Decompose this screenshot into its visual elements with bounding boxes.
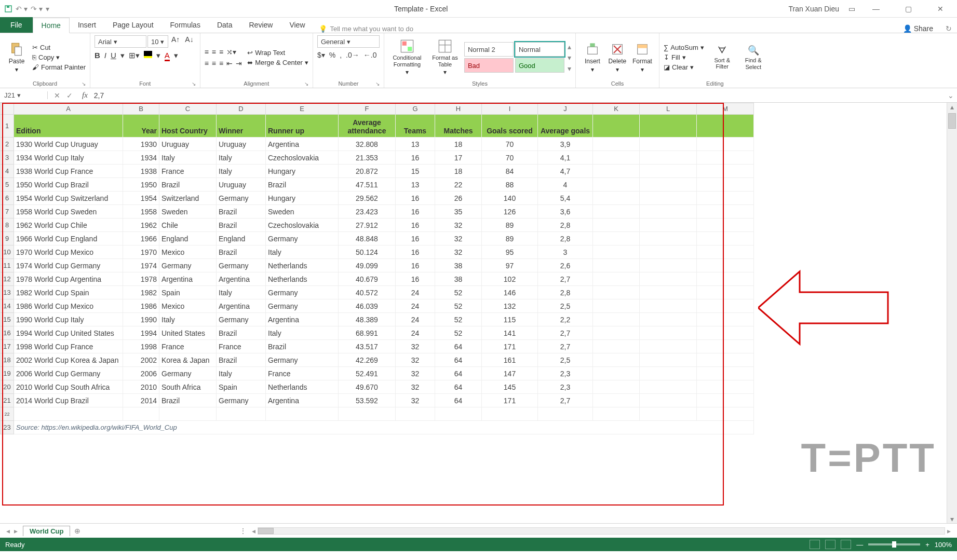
cell-G7[interactable]: 16 — [396, 205, 435, 218]
cell-G20[interactable]: 32 — [396, 380, 435, 394]
cell-J2[interactable]: 3,9 — [538, 138, 593, 151]
cell-B12[interactable]: 1978 — [123, 272, 159, 286]
hscroll-right-icon[interactable]: ▸ — [945, 527, 953, 535]
cell-row22[interactable] — [435, 407, 482, 421]
italic-button[interactable]: I — [104, 51, 106, 61]
cell-J4[interactable]: 4,7 — [538, 165, 593, 178]
cell-J5[interactable]: 4 — [538, 178, 593, 192]
zoom-in-icon[interactable]: + — [925, 541, 929, 549]
align-top-icon[interactable]: ≡ — [205, 48, 209, 56]
cell-H6[interactable]: 26 — [435, 192, 482, 205]
comma-icon[interactable]: , — [340, 51, 342, 59]
style-normal[interactable]: Normal — [515, 42, 564, 57]
cell-E6[interactable]: Hungary — [266, 192, 339, 205]
cell-D18[interactable]: Brazil — [217, 353, 266, 367]
cell-G3[interactable]: 16 — [396, 151, 435, 165]
cell-F14[interactable]: 46.039 — [339, 299, 396, 313]
vertical-scrollbar[interactable]: ▴ ▾ — [947, 103, 957, 523]
cell-B21[interactable]: 2014 — [123, 394, 159, 407]
maximize-icon[interactable]: ▢ — [897, 2, 920, 16]
cell-E7[interactable]: Sweden — [266, 205, 339, 218]
format-as-table-button[interactable]: Format as Table▾ — [429, 39, 461, 75]
cell-H19[interactable]: 64 — [435, 367, 482, 380]
styles-scroll-up-icon[interactable]: ▴ — [568, 43, 571, 51]
cell-L16[interactable] — [640, 326, 697, 340]
cell-C14[interactable]: Mexico — [159, 299, 217, 313]
row-header-15[interactable]: 15 — [1, 313, 14, 326]
cell-M12[interactable] — [697, 272, 754, 286]
cell-A8[interactable]: 1962 World Cup Chile — [14, 218, 123, 232]
cell-G13[interactable]: 24 — [396, 286, 435, 299]
cell-E11[interactable]: Netherlands — [266, 259, 339, 272]
fill-button[interactable]: ↧ Fill ▾ — [664, 53, 704, 61]
col-header-G[interactable]: G — [396, 103, 435, 115]
cell-J8[interactable]: 2,8 — [538, 218, 593, 232]
cell-G8[interactable]: 16 — [396, 218, 435, 232]
cell-K3[interactable] — [593, 151, 640, 165]
cell-K5[interactable] — [593, 178, 640, 192]
cell-A7[interactable]: 1958 World Cup Sweden — [14, 205, 123, 218]
cell-I2[interactable]: 70 — [482, 138, 538, 151]
borders-button[interactable]: ⊞▾ — [129, 51, 140, 61]
currency-icon[interactable]: $▾ — [317, 51, 325, 59]
cell-M6[interactable] — [697, 192, 754, 205]
cell-L20[interactable] — [640, 380, 697, 394]
cell-J20[interactable]: 2,3 — [538, 380, 593, 394]
cell-H16[interactable]: 52 — [435, 326, 482, 340]
cell-K1[interactable] — [593, 115, 640, 138]
cell-B8[interactable]: 1962 — [123, 218, 159, 232]
cell-F20[interactable]: 49.670 — [339, 380, 396, 394]
underline-button[interactable]: U — [111, 51, 116, 61]
cell-E2[interactable]: Argentina — [266, 138, 339, 151]
cell-J11[interactable]: 2,6 — [538, 259, 593, 272]
cell-C13[interactable]: Spain — [159, 286, 217, 299]
cell-I14[interactable]: 132 — [482, 299, 538, 313]
cell-G16[interactable]: 24 — [396, 326, 435, 340]
cell-K4[interactable] — [593, 165, 640, 178]
cell-B14[interactable]: 1986 — [123, 299, 159, 313]
cell-J17[interactable]: 2,7 — [538, 340, 593, 353]
cell-H21[interactable]: 64 — [435, 394, 482, 407]
cell-A5[interactable]: 1950 World Cup Brazil — [14, 178, 123, 192]
expand-formula-icon[interactable]: ⌄ — [945, 91, 957, 100]
cell-E21[interactable]: Argentina — [266, 394, 339, 407]
scroll-down-icon[interactable]: ▾ — [947, 515, 957, 523]
cell-B6[interactable]: 1954 — [123, 192, 159, 205]
cell-K7[interactable] — [593, 205, 640, 218]
cell-F16[interactable]: 68.991 — [339, 326, 396, 340]
cell-I15[interactable]: 115 — [482, 313, 538, 326]
cell-D7[interactable]: Brazil — [217, 205, 266, 218]
cell-M1[interactable] — [697, 115, 754, 138]
cell-J14[interactable]: 2,5 — [538, 299, 593, 313]
page-layout-view-icon[interactable] — [825, 540, 835, 549]
cell-F1[interactable]: Averageattendance — [339, 115, 396, 138]
cell-L9[interactable] — [640, 232, 697, 245]
cell-I19[interactable]: 147 — [482, 367, 538, 380]
cell-C6[interactable]: Switzerland — [159, 192, 217, 205]
cell-M15[interactable] — [697, 313, 754, 326]
delete-cells-button[interactable]: Delete▾ — [605, 42, 630, 73]
enter-icon[interactable]: ✓ — [66, 91, 73, 100]
style-bad[interactable]: Bad — [464, 58, 514, 73]
row-header-3[interactable]: 3 — [1, 151, 14, 165]
cell-I8[interactable]: 89 — [482, 218, 538, 232]
col-header-B[interactable]: B — [123, 103, 159, 115]
cell-I9[interactable]: 89 — [482, 232, 538, 245]
cell-D3[interactable]: Italy — [217, 151, 266, 165]
cell-G17[interactable]: 32 — [396, 340, 435, 353]
cell-G10[interactable]: 16 — [396, 245, 435, 259]
cell-B3[interactable]: 1934 — [123, 151, 159, 165]
cell-G6[interactable]: 16 — [396, 192, 435, 205]
cell-B20[interactable]: 2010 — [123, 380, 159, 394]
cell-F9[interactable]: 48.848 — [339, 232, 396, 245]
cell-F17[interactable]: 43.517 — [339, 340, 396, 353]
cell-F5[interactable]: 47.511 — [339, 178, 396, 192]
cell-I4[interactable]: 84 — [482, 165, 538, 178]
cell-I7[interactable]: 126 — [482, 205, 538, 218]
cell-row22[interactable] — [217, 407, 266, 421]
row-header-18[interactable]: 18 — [1, 353, 14, 367]
undo-icon[interactable]: ↶ ▾ — [16, 5, 28, 13]
cell-row22[interactable] — [159, 407, 217, 421]
cut-button[interactable]: ✂ Cut — [32, 44, 86, 51]
col-header-D[interactable]: D — [217, 103, 266, 115]
